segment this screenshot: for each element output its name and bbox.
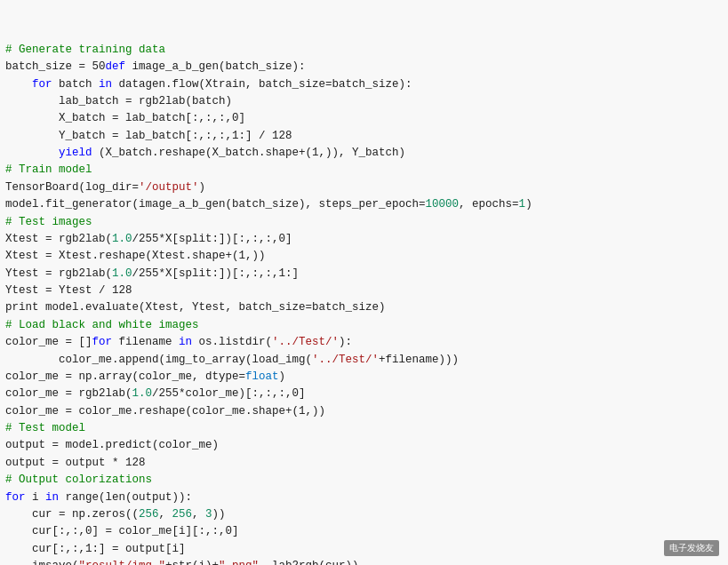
code-line: Ytest = Ytest / 128	[5, 282, 723, 299]
code-line: yield (X_batch.reshape(X_batch.shape+(1,…	[5, 145, 723, 162]
code-token: )	[525, 198, 532, 211]
code-token: Xtest = rgb2lab(	[5, 233, 112, 245]
code-token: # Load black and white images	[5, 319, 199, 331]
code-line: print model.evaluate(Xtest, Ytest, batch…	[5, 299, 723, 316]
code-line: # Output colorizations	[5, 472, 723, 489]
code-token: model.fit_generator(image_a_b_gen(batch_…	[5, 198, 426, 211]
code-token: float	[245, 370, 279, 383]
code-token: output = model.predict(color_me)	[5, 439, 219, 451]
code-token: color_me = np.array(color_me, dtype=	[5, 370, 245, 383]
code-token: def	[106, 60, 126, 73]
code-lines: # Generate training databatch_size = 50d…	[5, 42, 723, 565]
code-token: )	[279, 370, 286, 383]
code-token: color_me.append(img_to_array(load_img(	[5, 354, 312, 366]
code-line: color_me = rgb2lab(1.0/255*color_me)[:,:…	[5, 386, 723, 402]
code-token: cur[:,:,0] = color_me[i][:,:,0]	[5, 525, 239, 537]
code-line: lab_batch = rgb2lab(batch)	[5, 93, 723, 110]
code-token: for	[5, 491, 26, 504]
code-line: TensorBoard(log_dir='/output')	[5, 179, 723, 196]
code-token: ".png"	[219, 560, 259, 565]
code-line: # Train model	[5, 162, 723, 179]
code-token: '/output'	[139, 181, 199, 194]
code-token: # Train model	[5, 163, 92, 176]
code-token: output = output * 128	[5, 457, 146, 469]
code-token: 10000	[426, 198, 460, 211]
code-token: # Test model	[5, 422, 85, 434]
code-token: /255*color_me)[:,:,:,0]	[152, 387, 306, 400]
code-line: imsave("result/img_"+str(i)+".png", lab2…	[5, 558, 723, 565]
code-line: output = model.predict(color_me)	[5, 437, 723, 454]
code-token: ,	[159, 508, 172, 521]
code-line: X_batch = lab_batch[:,:,:,0]	[5, 110, 723, 127]
code-line: Xtest = rgb2lab(1.0/255*X[split:])[:,:,:…	[5, 231, 723, 248]
code-token: cur = np.zeros((	[5, 508, 139, 521]
code-token: range(len(output)):	[59, 491, 192, 504]
code-token: batch	[52, 78, 100, 91]
code-line: cur = np.zeros((256, 256, 3))	[5, 506, 723, 523]
code-token: 1.0	[112, 233, 132, 245]
code-token: /255*X[split:])[:,:,:,1:]	[132, 267, 300, 280]
code-line: cur[:,:,0] = color_me[i][:,:,0]	[5, 523, 723, 540]
code-token: Xtest = Xtest.reshape(Xtest.shape+(1,))	[5, 250, 266, 262]
watermark-text: 电子发烧友	[669, 543, 714, 553]
code-token: Y_batch = lab_batch[:,:,:,1:] / 128	[5, 130, 292, 142]
code-token	[5, 147, 59, 159]
code-token: # Output colorizations	[5, 473, 152, 486]
code-line: cur[:,:,1:] = output[i]	[5, 541, 723, 558]
code-line: for i in range(len(output)):	[5, 489, 723, 506]
code-line: # Load black and white images	[5, 317, 723, 334]
code-token: 256	[172, 508, 193, 521]
watermark: 电子发烧友	[664, 540, 719, 556]
code-token: '../Test/'	[272, 336, 339, 348]
code-line: Ytest = rgb2lab(1.0/255*X[split:])[:,:,:…	[5, 266, 723, 282]
code-token: for	[92, 336, 113, 348]
code-token: print model.evaluate(Xtest, Ytest, batch…	[5, 301, 386, 314]
code-line: model.fit_generator(image_a_b_gen(batch_…	[5, 196, 723, 213]
code-token: filename	[112, 336, 179, 348]
code-token: ):	[339, 336, 352, 348]
code-token: ))	[212, 508, 226, 521]
code-token: in	[179, 336, 192, 348]
code-block: # Generate training databatch_size = 50d…	[0, 0, 728, 565]
code-token: i	[26, 491, 46, 504]
code-token: datagen.flow(Xtrain, batch_size=batch_si…	[112, 78, 412, 91]
code-line: # Generate training data	[5, 42, 723, 59]
code-token: for	[32, 78, 52, 91]
code-token: , lab2rgb(cur))	[259, 560, 359, 565]
code-line: color_me.append(img_to_array(load_img('.…	[5, 352, 723, 369]
code-token: )	[199, 181, 206, 194]
code-token: # Test images	[5, 216, 92, 228]
code-token: +filename)))	[379, 354, 459, 366]
code-line: # Test images	[5, 214, 723, 231]
code-token: os.listdir(	[192, 336, 272, 348]
code-token: 1.0	[132, 387, 153, 400]
code-line: color_me = np.array(color_me, dtype=floa…	[5, 369, 723, 386]
code-line: batch_size = 50def image_a_b_gen(batch_s…	[5, 59, 723, 76]
code-token: +str(i)+	[165, 560, 219, 565]
code-token: color_me = rgb2lab(	[5, 387, 132, 400]
code-token: 3	[205, 508, 212, 521]
code-line: Xtest = Xtest.reshape(Xtest.shape+(1,))	[5, 248, 723, 265]
code-line: # Test model	[5, 420, 723, 437]
code-token: (X_batch.reshape(X_batch.shape+(1,)), Y_…	[92, 147, 406, 159]
code-token: lab_batch = rgb2lab(batch)	[5, 95, 232, 107]
code-token: in	[45, 491, 59, 504]
code-token: Ytest = Ytest / 128	[5, 284, 132, 297]
code-token: in	[99, 78, 112, 91]
code-line: Y_batch = lab_batch[:,:,:,1:] / 128	[5, 128, 723, 145]
code-line: color_me = color_me.reshape(color_me.sha…	[5, 403, 723, 420]
code-token: 256	[139, 508, 159, 521]
code-token: 1.0	[112, 267, 132, 280]
code-token: ,	[192, 508, 205, 521]
code-token: /255*X[split:])[:,:,:,0]	[132, 233, 292, 245]
code-token: Ytest = rgb2lab(	[5, 267, 112, 280]
code-token: color_me = []	[5, 336, 92, 348]
code-token: imsave(	[5, 560, 79, 565]
code-token: cur[:,:,1:] = output[i]	[5, 543, 186, 555]
code-token: TensorBoard(log_dir=	[5, 181, 139, 194]
code-token: # Generate training data	[5, 44, 165, 56]
code-token: '../Test/'	[312, 354, 379, 366]
code-token: , epochs=	[459, 198, 519, 211]
code-token: color_me = color_me.reshape(color_me.sha…	[5, 405, 325, 418]
code-token: 1	[519, 198, 526, 211]
